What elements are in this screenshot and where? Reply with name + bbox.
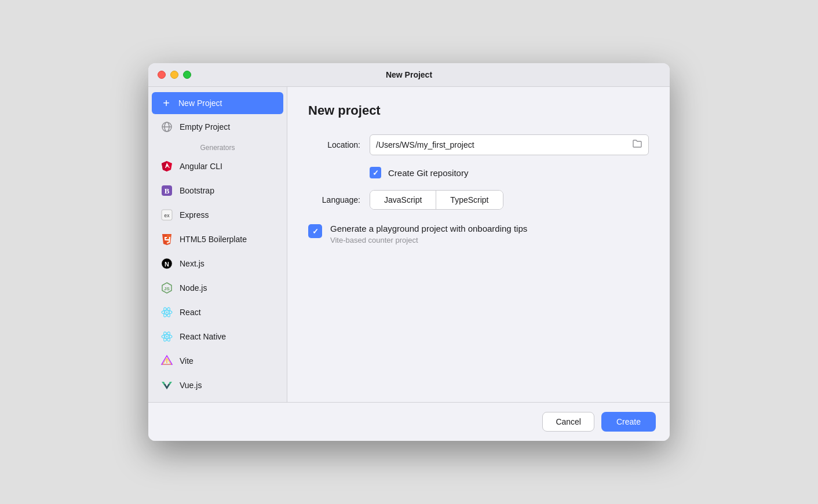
sidebar-item-react-label: React	[180, 308, 201, 317]
content-area: + New Project Empty Project Generators	[148, 87, 670, 402]
language-buttons: JavaScript TypeScript	[370, 190, 503, 210]
globe-icon	[160, 120, 174, 134]
playground-label: Generate a playground project with onboa…	[330, 224, 527, 233]
sidebar-item-react-native[interactable]: React Native	[152, 325, 283, 348]
svg-marker-31	[164, 384, 170, 389]
create-button[interactable]: Create	[601, 412, 656, 432]
svg-point-22	[166, 312, 168, 313]
sidebar-item-vite[interactable]: Vite	[152, 349, 283, 372]
sidebar-item-angular-cli-label: Angular CLI	[180, 162, 222, 171]
svg-point-26	[166, 336, 168, 338]
sidebar-item-angular-cli[interactable]: Angular CLI	[152, 155, 283, 178]
language-row: Language: JavaScript TypeScript	[308, 190, 649, 210]
javascript-button[interactable]: JavaScript	[370, 191, 436, 209]
cancel-button[interactable]: Cancel	[542, 412, 594, 432]
sidebar-item-vite-label: Vite	[180, 356, 193, 366]
sidebar-item-bootstrap-label: Bootstrap	[180, 186, 214, 195]
checkmark-icon: ✓	[373, 169, 379, 177]
sidebar-item-express-label: Express	[180, 210, 209, 220]
react-native-icon	[160, 330, 174, 344]
playground-row: ✓ Generate a playground project with onb…	[308, 224, 649, 244]
dialog-window: New Project + New Project Empty Project	[148, 63, 670, 441]
close-button[interactable]	[158, 71, 166, 79]
svg-text:JS: JS	[164, 286, 170, 291]
language-label: Language:	[308, 195, 360, 204]
angular-icon	[160, 159, 174, 173]
sidebar-item-vuejs-label: Vue.js	[180, 381, 202, 390]
folder-icon[interactable]	[632, 138, 642, 151]
git-repo-row: ✓ Create Git repository	[370, 167, 649, 178]
sidebar-item-new-project[interactable]: + New Project	[152, 92, 283, 114]
bootstrap-icon: B	[160, 184, 174, 198]
title-bar: New Project	[148, 63, 670, 87]
svg-text:B: B	[165, 187, 170, 195]
create-git-checkbox[interactable]: ✓	[370, 167, 381, 178]
sidebar-item-empty-project[interactable]: Empty Project	[152, 115, 283, 138]
location-label: Location:	[308, 140, 360, 149]
traffic-lights	[158, 71, 191, 79]
sidebar-item-express[interactable]: ex Express	[152, 203, 283, 227]
location-input[interactable]	[376, 140, 632, 149]
playground-checkmark-icon: ✓	[312, 227, 319, 236]
vite-icon	[160, 354, 174, 368]
sidebar-item-react[interactable]: React	[152, 301, 283, 324]
svg-text:N: N	[165, 261, 169, 268]
sidebar-item-bootstrap[interactable]: B Bootstrap	[152, 179, 283, 202]
generators-section-label: Generators	[148, 139, 287, 154]
plus-icon: +	[160, 97, 173, 109]
sidebar-item-vuejs[interactable]: Vue.js	[152, 374, 283, 397]
sidebar-item-html5[interactable]: HTML5 Boilerplate	[152, 228, 283, 251]
nextjs-icon: N	[160, 257, 174, 271]
location-row: Location:	[308, 134, 649, 155]
playground-sublabel: Vite-based counter project	[330, 236, 527, 244]
sidebar-item-react-native-label: React Native	[180, 332, 226, 341]
sidebar-item-nextjs-label: Next.js	[180, 259, 204, 268]
sidebar-item-empty-project-label: Empty Project	[180, 122, 230, 132]
html5-icon	[160, 232, 174, 246]
sidebar-item-nodejs[interactable]: JS Node.js	[152, 276, 283, 300]
typescript-button[interactable]: TypeScript	[436, 191, 502, 209]
main-title: New project	[308, 103, 649, 118]
sidebar: + New Project Empty Project Generators	[148, 87, 287, 402]
minimize-button[interactable]	[170, 71, 178, 79]
svg-text:ex: ex	[164, 213, 170, 218]
create-git-label: Create Git repository	[388, 168, 468, 178]
main-content: New project Location: ✓ Cre	[287, 87, 670, 402]
sidebar-item-new-project-label: New Project	[178, 98, 222, 108]
playground-text: Generate a playground project with onboa…	[330, 224, 527, 244]
maximize-button[interactable]	[183, 71, 191, 79]
footer: Cancel Create	[148, 402, 670, 441]
nodejs-icon: JS	[160, 281, 174, 295]
window-title: New Project	[386, 70, 432, 79]
sidebar-item-nextjs[interactable]: N Next.js	[152, 252, 283, 275]
playground-checkbox[interactable]: ✓	[308, 224, 322, 238]
sidebar-item-nodejs-label: Node.js	[180, 283, 207, 293]
sidebar-item-html5-label: HTML5 Boilerplate	[180, 235, 247, 244]
location-input-wrapper[interactable]	[370, 134, 649, 155]
react-icon	[160, 305, 174, 319]
express-icon: ex	[160, 208, 174, 222]
vuejs-icon	[160, 378, 174, 392]
